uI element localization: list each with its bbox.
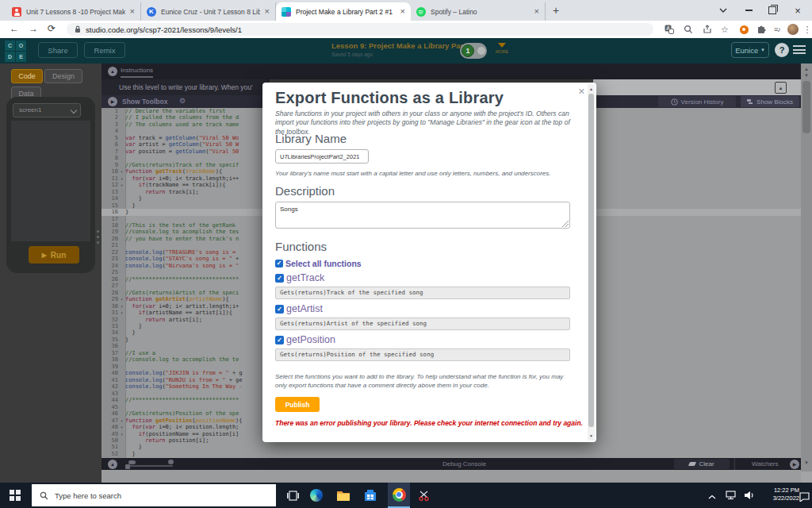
tab-title: Eunice Cruz - Unit 7 Lesson 8 Lib bbox=[161, 8, 260, 16]
function-checkbox-row[interactable]: ✓getPosition bbox=[275, 334, 570, 345]
select-all-row[interactable]: ✓ Select all functions bbox=[275, 259, 570, 268]
publish-button[interactable]: Publish bbox=[275, 397, 320, 412]
resize-handle-icon[interactable] bbox=[562, 221, 569, 227]
code-line: 51 } bbox=[102, 444, 801, 450]
menu-dots-icon[interactable]: ⋮ bbox=[801, 24, 812, 35]
tab-design[interactable]: Design bbox=[44, 69, 82, 83]
store-icon[interactable] bbox=[363, 488, 377, 502]
clear-button[interactable]: Clear bbox=[674, 459, 730, 469]
lock-icon bbox=[75, 22, 81, 37]
collapse-up-icon[interactable]: ▲ bbox=[108, 67, 117, 76]
share-icon[interactable] bbox=[701, 24, 714, 35]
reload-icon[interactable]: ⟳ bbox=[48, 23, 56, 34]
expand-editor-icon[interactable]: ▴ bbox=[775, 82, 787, 94]
remix-button[interactable]: Remix bbox=[84, 42, 125, 58]
gear-icon[interactable]: ⚙ bbox=[179, 97, 186, 105]
snipping-tool-icon[interactable] bbox=[416, 488, 431, 502]
level-bubble-next[interactable] bbox=[477, 47, 485, 55]
volume-icon[interactable] bbox=[744, 489, 755, 503]
scroll-down-icon[interactable]: ▼ bbox=[801, 460, 812, 465]
profile-avatar[interactable] bbox=[787, 24, 799, 35]
show-toolbox-icon[interactable]: ▶ bbox=[108, 97, 117, 106]
tab-close-icon[interactable]: × bbox=[265, 7, 270, 16]
page-scrollbar[interactable]: ▲ ▼ ▼ bbox=[801, 64, 812, 483]
slider-knob[interactable] bbox=[125, 464, 130, 469]
taskbar-search[interactable]: Type here to search bbox=[32, 484, 276, 506]
new-tab-button[interactable]: + bbox=[553, 4, 559, 17]
tab-close-icon[interactable]: × bbox=[534, 7, 539, 16]
version-history-button[interactable]: Version History bbox=[658, 96, 736, 107]
task-view-icon[interactable] bbox=[285, 488, 300, 502]
checkbox-checked-icon[interactable]: ✓ bbox=[275, 305, 284, 314]
scroll-split-icon[interactable]: ▼ bbox=[801, 73, 812, 78]
level-bubble[interactable]: 1 bbox=[462, 44, 474, 57]
run-button[interactable]: ▶Run bbox=[29, 246, 79, 264]
checkbox-checked-icon[interactable]: ✓ bbox=[275, 274, 284, 283]
start-icon[interactable] bbox=[10, 490, 21, 501]
speed-slider[interactable] bbox=[127, 465, 173, 467]
watchers-label[interactable]: Watchers bbox=[752, 460, 779, 468]
restore-icon[interactable] bbox=[761, 0, 783, 21]
function-checkbox-row[interactable]: ✓getArtist bbox=[275, 303, 570, 314]
checkbox-checked-icon[interactable]: ✓ bbox=[275, 336, 284, 344]
address-bar[interactable]: studio.code.org/s/csp7-2021/lessons/9/le… bbox=[67, 23, 653, 36]
chrome-taskbar-active[interactable] bbox=[388, 483, 410, 508]
media-list-icon[interactable]: ≡♪ bbox=[771, 24, 783, 35]
tab-close-icon[interactable]: × bbox=[130, 7, 135, 16]
scroll-up-icon[interactable]: ▲ bbox=[801, 67, 812, 71]
tab-search-icon[interactable] bbox=[712, 0, 734, 21]
function-description-box: Gets(returns)Artist of the specified son… bbox=[275, 318, 570, 330]
tray-time: 12:22 PM bbox=[755, 487, 799, 495]
tab-instructions[interactable]: Instructions bbox=[121, 67, 153, 78]
function-checkbox-row[interactable]: ✓getTrack bbox=[275, 272, 570, 283]
minimize-icon[interactable] bbox=[737, 0, 760, 21]
modal-scrollbar[interactable]: ▲ ▼ bbox=[588, 84, 595, 441]
help-button[interactable]: ? bbox=[775, 43, 789, 57]
zoom-icon[interactable] bbox=[682, 24, 695, 35]
function-name-label: getPosition bbox=[286, 334, 335, 345]
extension-dot-icon[interactable] bbox=[737, 24, 750, 35]
hamburger-menu-icon[interactable] bbox=[793, 45, 806, 56]
scroll-down-icon[interactable]: ▼ bbox=[588, 433, 595, 438]
show-toolbox-label[interactable]: Show Toolbox bbox=[122, 98, 167, 106]
scrollbar-thumb[interactable] bbox=[588, 94, 594, 427]
forward-icon[interactable]: → bbox=[29, 23, 38, 34]
watchers-expand-icon[interactable]: ▶ bbox=[790, 460, 799, 469]
back-icon[interactable]: ← bbox=[10, 23, 19, 34]
show-blocks-button[interactable]: Show Blocks bbox=[741, 96, 799, 107]
translate-icon[interactable]: A bbox=[663, 24, 676, 35]
share-button[interactable]: Share bbox=[38, 42, 78, 58]
codeorg-logo: CO DE bbox=[5, 40, 26, 62]
close-window-icon[interactable]: × bbox=[787, 0, 809, 21]
tray-caret-icon[interactable] bbox=[708, 489, 716, 503]
network-icon[interactable] bbox=[726, 489, 737, 503]
more-dropdown[interactable]: MORE bbox=[492, 43, 512, 54]
bookmark-star-icon[interactable]: ☆ bbox=[718, 24, 731, 35]
screen-select-dropdown[interactable]: screen1 bbox=[13, 103, 81, 117]
console-output[interactable] bbox=[102, 470, 801, 483]
user-menu-button[interactable]: Eunice ▼ bbox=[731, 42, 769, 58]
panel-drag-handle[interactable] bbox=[97, 230, 99, 247]
puzzle-icon[interactable] bbox=[755, 24, 768, 35]
action-center-icon[interactable] bbox=[799, 491, 810, 505]
tab-code[interactable]: Code bbox=[11, 69, 43, 83]
close-icon[interactable]: ✕ bbox=[578, 87, 585, 97]
library-name-input[interactable]: U7LibrariesProjectPart2_2021 bbox=[275, 149, 369, 164]
debug-collapse-icon[interactable]: ▲ bbox=[108, 460, 117, 469]
browser-tab[interactable]: KEunice Cruz - Unit 7 Lesson 8 Lib× bbox=[141, 2, 276, 21]
tab-title: Project Make a Library Part 2 #1 bbox=[296, 8, 396, 16]
checkbox-checked-icon[interactable]: ✓ bbox=[275, 260, 283, 267]
browser-tab[interactable]: Project Make a Library Part 2 #1× bbox=[276, 2, 411, 21]
edge-icon[interactable] bbox=[309, 488, 324, 502]
instructions-panel-right: ▴ bbox=[593, 79, 801, 95]
browser-tab[interactable]: Unit 7 Lessons 8 -10 Project Mak× bbox=[6, 2, 141, 21]
browser-tab[interactable]: Spotify – Latino× bbox=[411, 2, 546, 21]
search-icon bbox=[40, 491, 48, 500]
chevron-down-icon bbox=[71, 107, 77, 114]
scroll-up-icon[interactable]: ▲ bbox=[588, 87, 595, 91]
clock[interactable]: 12:22 PM 3/22/2022 bbox=[755, 487, 799, 502]
scrollbar-thumb[interactable] bbox=[802, 81, 810, 133]
chevron-down-icon: ▼ bbox=[760, 48, 765, 52]
description-textarea[interactable]: Songs bbox=[275, 202, 570, 229]
tab-close-icon[interactable]: × bbox=[400, 7, 405, 16]
